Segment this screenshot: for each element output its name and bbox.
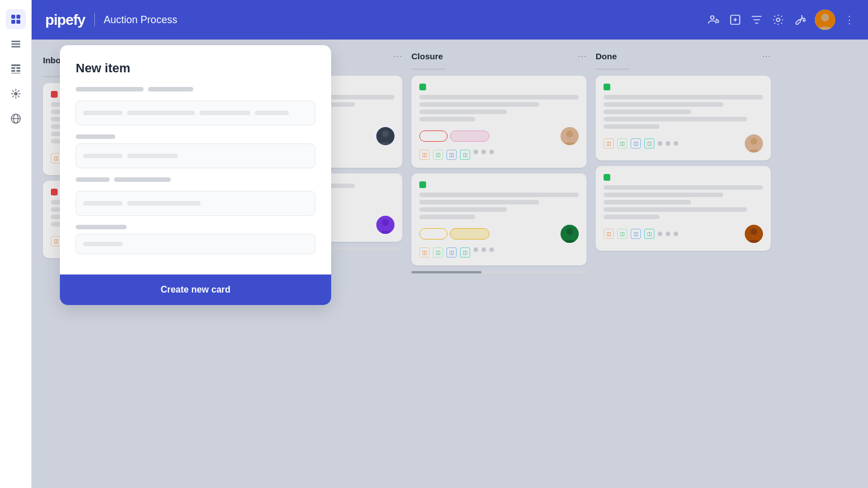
svg-point-35 bbox=[750, 138, 757, 145]
form-field-1 bbox=[76, 87, 315, 125]
card-icon-teal[interactable]: ◫ bbox=[644, 138, 654, 149]
column-closure-more-icon[interactable]: ⋯ bbox=[578, 51, 587, 62]
kanban-board: Inbox + ⋯ bbox=[32, 40, 868, 488]
main-area: pipefy Auction Process bbox=[32, 0, 868, 488]
card-dot-2 bbox=[481, 247, 486, 252]
create-new-card-button[interactable]: Create new card bbox=[160, 285, 231, 295]
badge-pink bbox=[450, 130, 489, 142]
sidebar-item-table[interactable] bbox=[6, 59, 26, 79]
input-placeholder bbox=[83, 201, 123, 206]
card-footer: ◫ ◫ ◫ ◫ bbox=[604, 134, 763, 152]
sidebar-item-automation[interactable] bbox=[6, 84, 26, 104]
more-options-icon[interactable]: ⋮ bbox=[844, 14, 854, 26]
sidebar-item-list[interactable] bbox=[6, 34, 26, 54]
svg-point-13 bbox=[14, 92, 18, 95]
header-right: ⋮ bbox=[708, 10, 854, 30]
users-icon[interactable] bbox=[708, 14, 720, 26]
card-dot-2 bbox=[666, 141, 670, 146]
input-placeholder bbox=[83, 111, 123, 115]
card-icon-blue[interactable]: ◫ bbox=[446, 150, 457, 160]
wrench-icon[interactable] bbox=[793, 14, 806, 26]
card-line bbox=[604, 124, 659, 129]
card-assignee-avatar bbox=[561, 127, 579, 145]
card-icon-green[interactable]: ◫ bbox=[617, 229, 627, 239]
card-tags bbox=[419, 84, 579, 90]
card-line bbox=[604, 110, 691, 114]
svg-rect-11 bbox=[16, 70, 20, 72]
svg-point-31 bbox=[566, 130, 573, 137]
card-line bbox=[604, 185, 763, 190]
card-icon-orange[interactable]: ◫ bbox=[419, 150, 429, 160]
field-label-placeholder bbox=[76, 177, 110, 182]
svg-point-21 bbox=[821, 14, 829, 21]
tag-red bbox=[51, 189, 58, 195]
card-badges bbox=[419, 228, 489, 239]
input-placeholder bbox=[83, 154, 123, 158]
sidebar-item-grid[interactable] bbox=[6, 9, 26, 29]
form-input-3[interactable] bbox=[76, 191, 315, 216]
card-icon-green[interactable]: ◫ bbox=[433, 247, 443, 258]
card-line bbox=[419, 117, 475, 121]
import-icon[interactable] bbox=[729, 14, 741, 26]
card-icon-teal[interactable]: ◫ bbox=[460, 150, 470, 160]
column-done-more-icon[interactable]: ⋯ bbox=[762, 51, 771, 62]
card-done-1[interactable]: ◫ ◫ ◫ ◫ bbox=[596, 76, 771, 160]
form-input-1[interactable] bbox=[76, 101, 315, 125]
header-divider bbox=[94, 13, 95, 27]
settings-icon[interactable] bbox=[772, 14, 784, 26]
card-dot-3 bbox=[489, 150, 494, 154]
badge-red bbox=[419, 130, 448, 142]
field-label-placeholder bbox=[76, 225, 127, 229]
card-line bbox=[604, 193, 723, 197]
card-icon-teal[interactable]: ◫ bbox=[644, 229, 654, 239]
form-input-2[interactable] bbox=[76, 143, 315, 168]
field-label-placeholder bbox=[76, 87, 144, 91]
modal-title: New item bbox=[76, 61, 315, 76]
sidebar-item-globe[interactable] bbox=[6, 108, 26, 129]
input-placeholder-2 bbox=[127, 201, 201, 206]
card-icon-orange[interactable]: ◫ bbox=[604, 138, 614, 149]
card-line bbox=[419, 95, 579, 99]
svg-rect-7 bbox=[11, 64, 20, 66]
new-item-modal: New item bbox=[60, 45, 331, 305]
card-dot-3 bbox=[674, 232, 678, 236]
column-done-header: Done ⋯ bbox=[596, 51, 771, 62]
column-scroll-indicator bbox=[411, 271, 587, 273]
form-field-3 bbox=[76, 177, 315, 216]
card-content-lines bbox=[604, 95, 763, 129]
card-icon-orange[interactable]: ◫ bbox=[419, 247, 429, 258]
svg-point-19 bbox=[776, 18, 780, 21]
field-label-row bbox=[76, 87, 315, 96]
card-icon-orange[interactable]: ◫ bbox=[604, 229, 614, 239]
card-dot bbox=[658, 232, 662, 236]
card-line bbox=[604, 102, 723, 107]
card-line bbox=[419, 215, 475, 219]
card-content-lines bbox=[604, 185, 763, 219]
card-assignee-avatar bbox=[376, 216, 394, 234]
user-avatar[interactable] bbox=[815, 10, 835, 30]
input-placeholder-2 bbox=[127, 111, 195, 115]
card-icon-teal[interactable]: ◫ bbox=[460, 247, 470, 258]
header-left: pipefy Auction Process bbox=[45, 11, 177, 29]
card-done-2[interactable]: ◫ ◫ ◫ ◫ bbox=[596, 166, 771, 251]
card-line bbox=[604, 95, 763, 99]
card-closure-1[interactable]: ◫ ◫ ◫ ◫ bbox=[411, 76, 587, 168]
card-icon-green[interactable]: ◫ bbox=[433, 150, 443, 160]
svg-rect-0 bbox=[11, 15, 15, 19]
filter-icon[interactable] bbox=[750, 14, 763, 26]
card-icon-blue[interactable]: ◫ bbox=[631, 229, 641, 239]
card-dot-2 bbox=[666, 232, 670, 236]
card-icon-green[interactable]: ◫ bbox=[617, 138, 627, 149]
card-icon-blue[interactable]: ◫ bbox=[446, 247, 457, 258]
badge-yellow bbox=[419, 228, 448, 239]
svg-rect-1 bbox=[16, 15, 20, 19]
form-input-4[interactable] bbox=[76, 234, 315, 254]
input-placeholder-3 bbox=[199, 111, 250, 115]
card-dot-2 bbox=[481, 150, 486, 154]
card-closure-2[interactable]: ◫ ◫ ◫ ◫ bbox=[411, 173, 587, 265]
form-field-2 bbox=[76, 134, 315, 168]
svg-rect-3 bbox=[16, 20, 20, 24]
column-auction-more-icon[interactable]: ⋯ bbox=[393, 51, 402, 62]
column-closure-underline bbox=[411, 68, 445, 70]
card-icon-blue[interactable]: ◫ bbox=[631, 138, 641, 149]
